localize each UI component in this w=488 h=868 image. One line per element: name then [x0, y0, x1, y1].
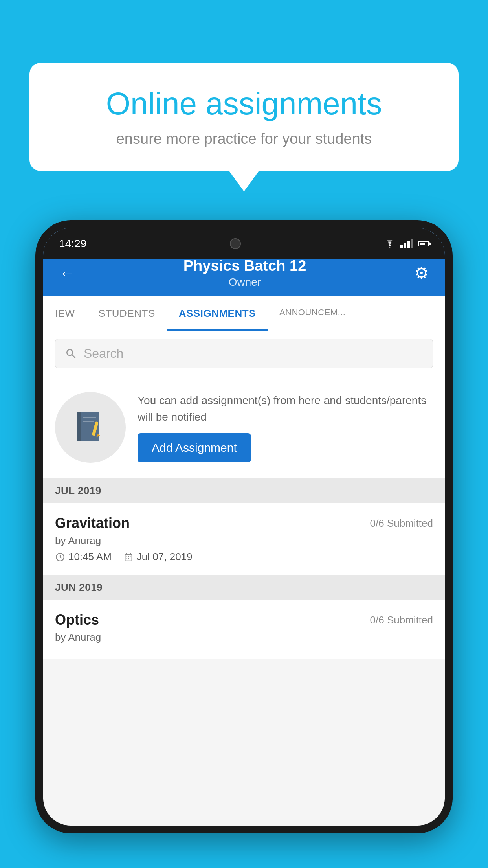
clock-icon — [55, 552, 65, 562]
svg-rect-3 — [83, 421, 94, 422]
svg-rect-1 — [77, 412, 81, 441]
assignment-item-optics[interactable]: Optics 0/6 Submitted by Anurag — [43, 600, 445, 659]
back-button[interactable]: ← — [59, 264, 75, 283]
assignment-time-value: 10:45 AM — [68, 551, 112, 563]
promo-block: You can add assignment(s) from here and … — [43, 376, 445, 478]
promo-icon-circle — [55, 392, 126, 463]
wifi-icon — [384, 239, 396, 248]
assignment-name-optics: Optics — [55, 612, 99, 628]
search-input-wrapper[interactable]: Search — [55, 339, 433, 368]
promo-content: You can add assignment(s) from here and … — [138, 392, 433, 462]
phone-camera — [230, 238, 241, 249]
speech-bubble-wrapper: Online assignments ensure more practice … — [29, 63, 459, 171]
header-subtitle: Owner — [75, 276, 414, 289]
speech-bubble-subtitle: ensure more practice for your students — [57, 131, 431, 147]
speech-bubble: Online assignments ensure more practice … — [29, 63, 459, 171]
assignment-item-gravitation[interactable]: Gravitation 0/6 Submitted by Anurag 10:4… — [43, 503, 445, 575]
signal-bars-icon — [400, 239, 413, 248]
tab-iew[interactable]: IEW — [43, 296, 87, 331]
search-container: Search — [43, 331, 445, 376]
tab-assignments[interactable]: ASSIGNMENTS — [167, 296, 268, 331]
phone-time: 14:29 — [59, 237, 86, 250]
search-placeholder: Search — [84, 346, 123, 361]
notebook-icon — [73, 410, 108, 445]
assignment-header-row-optics: Optics 0/6 Submitted — [55, 612, 433, 628]
promo-text: You can add assignment(s) from here and … — [138, 392, 433, 425]
speech-bubble-title: Online assignments — [57, 86, 431, 121]
assignment-meta-gravitation: 10:45 AM Jul 07, 2019 — [55, 551, 433, 563]
assignment-header-row: Gravitation 0/6 Submitted — [55, 515, 433, 531]
assignment-submitted-gravitation: 0/6 Submitted — [370, 517, 433, 530]
phone-notch-area: 14:29 — [43, 228, 445, 259]
assignment-name-gravitation: Gravitation — [55, 515, 130, 531]
screen-content: Search — [43, 331, 445, 826]
assignment-date: Jul 07, 2019 — [123, 551, 193, 563]
add-assignment-button[interactable]: Add Assignment — [138, 433, 251, 462]
svg-rect-2 — [83, 417, 96, 418]
assignment-by-gravitation: by Anurag — [55, 535, 433, 547]
phone-wrapper: 14:29 — [35, 220, 453, 868]
batch-title: Physics Batch 12 — [75, 257, 414, 274]
phone-screen: ← Physics Batch 12 Owner ⚙ IEW STUDENTS … — [43, 228, 445, 826]
assignment-by-optics: by Anurag — [55, 631, 433, 644]
phone-outer: 14:29 — [35, 220, 453, 833]
assignment-date-value: Jul 07, 2019 — [137, 551, 193, 563]
calendar-icon — [123, 552, 134, 562]
assignment-time: 10:45 AM — [55, 551, 112, 563]
header-center: Physics Batch 12 Owner — [75, 257, 414, 289]
section-header-jun: JUN 2019 — [43, 575, 445, 600]
tabs-bar: IEW STUDENTS ASSIGNMENTS ANNOUNCEM... — [43, 296, 445, 331]
search-icon — [65, 348, 77, 360]
settings-icon[interactable]: ⚙ — [414, 263, 429, 283]
battery-icon — [418, 241, 429, 246]
tab-announcements[interactable]: ANNOUNCEM... — [268, 296, 358, 331]
assignment-submitted-optics: 0/6 Submitted — [370, 614, 433, 626]
section-header-jul: JUL 2019 — [43, 478, 445, 503]
phone-status-icons — [384, 239, 429, 248]
tab-students[interactable]: STUDENTS — [87, 296, 167, 331]
